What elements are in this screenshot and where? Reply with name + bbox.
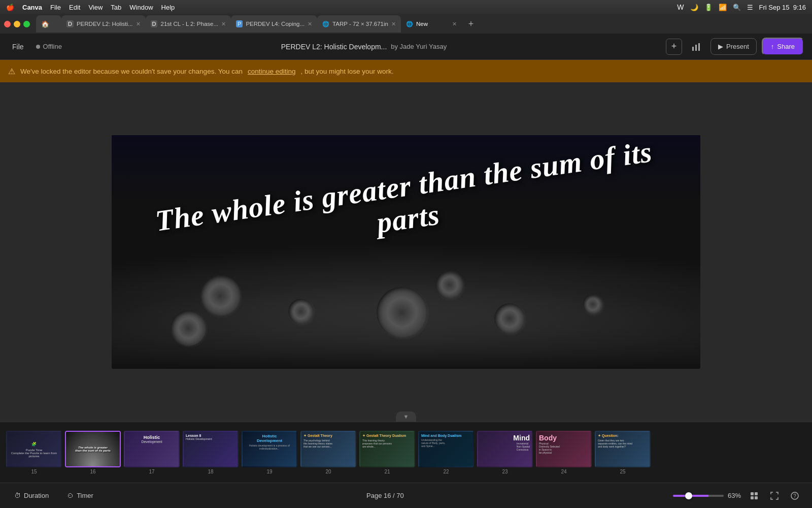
thumb-img-19: Holistic Development Holistic developmen… [242, 431, 297, 467]
tab2-close[interactable]: ✕ [136, 21, 141, 27]
menu-tab[interactable]: Tab [111, 4, 121, 11]
traffic-lights [4, 21, 30, 27]
zoom-percent: 63% [728, 492, 741, 499]
timer-label: Timer [77, 492, 93, 499]
thumb-img-20: ✦ Gestalt Theory The psychology behindth… [300, 431, 356, 467]
wps-icon: W [677, 3, 684, 11]
fullscreen-window-button[interactable] [23, 21, 30, 27]
offline-label: Offline [43, 43, 62, 50]
thumb-img-23: Mind ImmaterialNon-SpatialConscious [477, 431, 533, 467]
share-label: Share [777, 43, 795, 50]
menu-file[interactable]: File [50, 4, 61, 11]
present-button[interactable]: ▶ Present [710, 38, 757, 55]
tab-21st-cl[interactable]: D 21st CL - L 2: Phase... ✕ [146, 15, 231, 33]
browser-chrome: 🏠 D PERDEV L2: Holisti... ✕ D 21st CL - … [0, 14, 812, 34]
control-center-icon[interactable]: ☰ [747, 4, 753, 11]
share-button[interactable]: ↑ Share [762, 38, 804, 55]
bottom-bar: ⏱ Duration ⏲ Timer Page 16 / 70 63% [0, 483, 812, 508]
svg-rect-3 [751, 492, 754, 495]
thumbnail-25[interactable]: ✦ Question: Given that they are twosepar… [595, 431, 651, 474]
app-name[interactable]: Canva [22, 4, 42, 11]
thumb-num-17: 17 [149, 469, 154, 474]
dark-mode-icon[interactable]: 🌙 [690, 4, 698, 11]
tab5-icon: 🌐 [322, 21, 329, 27]
toolbar-left: File Offline [8, 41, 62, 53]
file-menu[interactable]: File [8, 41, 28, 53]
thumbnail-23[interactable]: Mind ImmaterialNon-SpatialConscious 23 [477, 431, 533, 474]
menu-view[interactable]: View [88, 4, 103, 11]
thumbnail-20[interactable]: ✦ Gestalt Theory The psychology behindth… [300, 431, 356, 474]
search-icon[interactable]: 🔍 [733, 4, 741, 11]
svg-rect-4 [755, 492, 758, 495]
document-title: PERDEV L2: Holistic Developm... [281, 43, 387, 51]
menu-edit[interactable]: Edit [69, 4, 80, 11]
tab4-icon: P [236, 20, 243, 27]
tab4-close[interactable]: ✕ [308, 21, 312, 27]
tab-home[interactable]: 🏠 [36, 15, 61, 33]
continue-editing-link[interactable]: continue editing [248, 68, 296, 75]
toolbar-center: PERDEV L2: Holistic Developm... by Jade … [281, 43, 447, 51]
minimize-window-button[interactable] [14, 21, 20, 27]
collapse-panel-handle[interactable]: ▼ [396, 411, 416, 422]
duration-button[interactable]: ⏱ Duration [10, 490, 53, 501]
thumb-num-23: 23 [502, 469, 507, 474]
slide-canvas[interactable]: The whole is greater than the sum of its… [112, 135, 700, 369]
warning-icon: ⚠ [8, 67, 15, 76]
chevron-down-icon: ▼ [403, 414, 409, 420]
bottom-left: ⏱ Duration ⏲ Timer [10, 490, 97, 501]
thumb-img-16: The whole is greaterthan the sum of its … [65, 431, 121, 467]
menu-window[interactable]: Window [129, 4, 153, 11]
apple-logo[interactable]: 🍎 [6, 4, 14, 11]
timer-button[interactable]: ⏲ Timer [63, 490, 97, 501]
svg-rect-1 [695, 45, 697, 51]
thumb-img-25: ✦ Question: Given that they are twosepar… [595, 431, 651, 467]
tab-perdev-l2[interactable]: D PERDEV L2: Holisti... ✕ [61, 15, 146, 33]
warning-text-after: , but you might lose your work. [301, 68, 394, 75]
thumbnail-16[interactable]: The whole is greaterthan the sum of its … [65, 431, 121, 474]
thumb-num-16: 16 [90, 469, 95, 474]
close-window-button[interactable] [4, 21, 11, 27]
tab6-close[interactable]: ✕ [452, 21, 457, 27]
thumbnail-19[interactable]: Holistic Development Holistic developmen… [242, 431, 297, 474]
svg-rect-6 [755, 496, 758, 499]
thumbnail-17[interactable]: Holistic Development 17 [124, 431, 180, 474]
thumb-img-18: Lesson 8 Holistic Development [183, 431, 239, 467]
duration-icon: ⏱ [14, 492, 21, 499]
thumbnail-24[interactable]: Body PhysicalDistinctly Selectedin Space… [536, 431, 592, 474]
menu-help[interactable]: Help [161, 4, 175, 11]
add-button[interactable]: + [666, 39, 682, 55]
tab-new[interactable]: 🌐 New ✕ [401, 15, 462, 33]
thumbnail-22[interactable]: Mind and Body Dualism Understanding then… [418, 431, 474, 474]
svg-rect-5 [751, 496, 754, 499]
tab-perdev-l4[interactable]: P PERDEV L4: Coping... ✕ [231, 15, 317, 33]
new-tab-button[interactable]: + [464, 17, 478, 31]
svg-text:?: ? [793, 493, 796, 499]
thumb-img-22: Mind and Body Dualism Understanding then… [418, 431, 474, 467]
thumb-num-25: 25 [620, 469, 625, 474]
zoom-slider[interactable] [673, 495, 724, 497]
wifi-icon: 📶 [719, 4, 727, 11]
tab-tarp[interactable]: 🌐 TARP - 72 × 37.671in ✕ [317, 15, 401, 33]
mac-bar-right: W 🌙 🔋 📶 🔍 ☰ Fri Sep 15 9:16 [677, 3, 806, 11]
thumb-img-17: Holistic Development [124, 431, 180, 467]
help-button[interactable]: ? [788, 489, 802, 503]
thumbnail-18[interactable]: Lesson 8 Holistic Development 18 [183, 431, 239, 474]
share-icon: ↑ [771, 43, 774, 50]
thumbnail-15[interactable]: 🧩 Puzzle TimeComplete the Puzzle to lear… [6, 431, 62, 474]
tab6-label: New [416, 21, 449, 27]
grid-view-button[interactable] [747, 489, 761, 503]
thumbnail-21[interactable]: ✦ Gestalt Theory Dualism This learning t… [359, 431, 415, 474]
home-tab-icon: 🏠 [41, 20, 49, 28]
thumb-num-22: 22 [443, 469, 449, 474]
tab2-icon: D [66, 20, 74, 27]
tab5-close[interactable]: ✕ [391, 21, 396, 27]
battery-icon: 🔋 [704, 4, 713, 11]
tab3-close[interactable]: ✕ [221, 21, 226, 27]
thumbnails-panel: 🧩 Puzzle TimeComplete the Puzzle to lear… [0, 422, 812, 483]
editor-area: The whole is greater than the sum of its… [0, 82, 812, 422]
thumb-num-19: 19 [266, 469, 272, 474]
fullscreen-button[interactable] [767, 489, 782, 503]
warning-text: We've locked the editor because we could… [20, 68, 243, 75]
datetime: Fri Sep 15 9:16 [759, 4, 806, 11]
chart-button[interactable] [687, 38, 705, 56]
